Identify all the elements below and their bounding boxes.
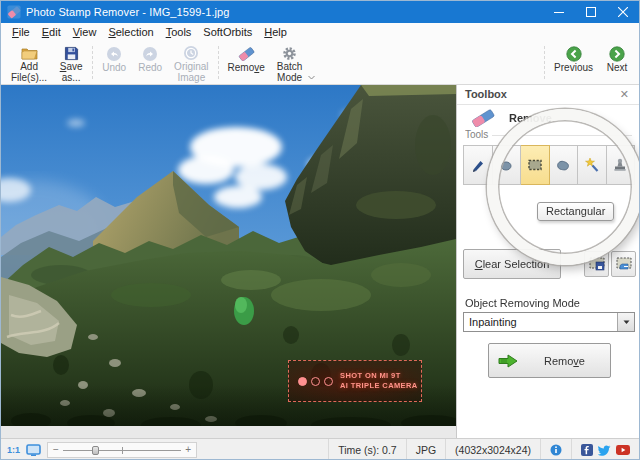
save-as-button[interactable]: Save as... <box>53 41 89 84</box>
history-clock-icon <box>183 45 199 61</box>
status-bar: 1:1 − + Time (s): 0.7 JPG (4032x3024x24) <box>1 438 639 460</box>
undo-arrow-icon <box>106 45 122 62</box>
redo-button[interactable]: Redo <box>132 41 168 84</box>
marker-icon <box>470 157 486 173</box>
chevron-down-icon[interactable] <box>617 313 634 331</box>
redo-arrow-icon <box>142 45 158 62</box>
slider-center-tick <box>122 447 123 454</box>
brush-icon <box>498 157 514 173</box>
toolbar: Add File(s)... Save as... Undo Redo <box>1 41 639 85</box>
next-button[interactable]: Next <box>599 41 635 84</box>
marker-tool-button[interactable] <box>463 145 493 185</box>
minimize-icon[interactable] <box>543 1 575 23</box>
app-window: Photo Stamp Remover - IMG_1599-1.jpg Fil… <box>0 0 640 460</box>
save-selection-icon <box>589 257 605 271</box>
batch-mode-button[interactable]: Batch Mode <box>271 41 309 84</box>
save-selection-button[interactable] <box>584 251 609 277</box>
green-back-icon <box>566 45 582 62</box>
magic-wand-tool-button[interactable] <box>578 145 607 185</box>
menu-tools[interactable]: Tools <box>160 26 198 38</box>
undo-button[interactable]: Undo <box>96 41 132 84</box>
eraser-icon <box>238 45 255 62</box>
remove-button[interactable]: Remove <box>488 343 611 378</box>
toolbar-overflow-icon[interactable] <box>308 75 315 80</box>
watermark-selection[interactable]: SHOT ON MI 9T AI TRIPLE CAMERA <box>288 360 422 402</box>
menu-bar: File Edit View Selection Tools SoftOrbit… <box>1 23 639 41</box>
active-tool-header: Remove <box>471 109 552 127</box>
remove-tool-button[interactable]: Remove <box>222 41 271 84</box>
info-button[interactable] <box>540 439 571 460</box>
slider-thumb[interactable] <box>92 446 99 455</box>
menu-edit[interactable]: Edit <box>36 26 67 38</box>
rectangular-tool-button[interactable] <box>521 145 550 185</box>
open-folder-icon <box>21 45 38 61</box>
divider <box>457 104 639 105</box>
rectangular-selection-icon <box>526 157 544 173</box>
original-image-button[interactable]: Original Image <box>168 41 214 84</box>
add-files-button[interactable]: Add File(s)... <box>5 41 53 84</box>
clear-selection-button[interactable]: Clear Selection <box>463 249 561 279</box>
fit-screen-icon[interactable] <box>26 444 41 456</box>
mode-dropdown[interactable]: Inpainting <box>463 312 635 332</box>
brush-tool-button[interactable] <box>493 145 522 185</box>
maximize-icon[interactable] <box>575 1 607 23</box>
gear-icon <box>282 45 297 61</box>
tooltip-rectangular: Rectangular <box>537 202 614 221</box>
app-eraser-icon <box>7 5 21 19</box>
window-title: Photo Stamp Remover - IMG_1599-1.jpg <box>26 6 230 18</box>
active-tool-label: Remove <box>509 112 552 124</box>
previous-button[interactable]: Previous <box>548 41 599 84</box>
load-selection-icon <box>616 257 632 271</box>
mode-dropdown-value: Inpainting <box>464 316 617 328</box>
close-icon[interactable] <box>607 1 639 23</box>
twitter-icon[interactable] <box>598 445 611 456</box>
zoom-out-icon[interactable]: − <box>53 445 59 455</box>
group-line <box>491 135 632 136</box>
toolbar-separator <box>92 46 93 79</box>
watermark-text: SHOT ON MI 9T AI TRIPLE CAMERA <box>340 371 418 391</box>
lasso-icon <box>554 157 572 173</box>
status-time: Time (s): 0.7 <box>328 439 406 460</box>
camera-dots-icon <box>298 377 333 386</box>
menu-file[interactable]: File <box>6 26 36 38</box>
magic-wand-icon <box>584 157 600 173</box>
load-selection-button[interactable] <box>611 251 636 277</box>
toolbar-separator <box>218 46 219 79</box>
status-format: JPG <box>406 439 445 460</box>
info-icon <box>550 444 562 456</box>
toolbox-panel: Toolbox ✕ Remove Tools <box>457 85 639 438</box>
menu-help[interactable]: Help <box>258 26 293 38</box>
green-arrow-icon <box>497 353 519 369</box>
zoom-one-to-one-button[interactable]: 1:1 <box>7 445 20 455</box>
clone-stamp-icon <box>612 157 628 173</box>
object-removing-mode-label: Object Removing Mode <box>465 297 580 309</box>
eraser-icon <box>471 109 495 127</box>
menu-selection[interactable]: Selection <box>102 26 159 38</box>
title-bar: Photo Stamp Remover - IMG_1599-1.jpg <box>1 1 639 23</box>
lasso-tool-button[interactable] <box>550 145 579 185</box>
menu-softorbits[interactable]: SoftOrbits <box>197 26 258 38</box>
spotlight-ring <box>487 109 640 265</box>
toolbox-title: Toolbox <box>465 88 507 100</box>
canvas-area: SHOT ON MI 9T AI TRIPLE CAMERA <box>1 85 457 438</box>
facebook-icon[interactable] <box>581 444 593 456</box>
status-dimensions: (4032x3024x24) <box>445 439 540 460</box>
zoom-in-icon[interactable]: + <box>185 445 191 455</box>
youtube-icon[interactable] <box>616 445 630 455</box>
tools-row <box>463 145 635 185</box>
panel-close-icon[interactable]: ✕ <box>620 88 629 101</box>
green-forward-icon <box>609 45 625 62</box>
menu-view[interactable]: View <box>67 26 103 38</box>
clone-stamp-tool-button[interactable] <box>607 145 636 185</box>
zoom-slider[interactable]: − + <box>47 442 197 458</box>
floppy-disk-icon <box>64 45 79 61</box>
toolbar-separator <box>544 46 545 79</box>
tools-group-label: Tools <box>465 129 492 140</box>
photo-canvas[interactable]: SHOT ON MI 9T AI TRIPLE CAMERA <box>1 85 456 426</box>
